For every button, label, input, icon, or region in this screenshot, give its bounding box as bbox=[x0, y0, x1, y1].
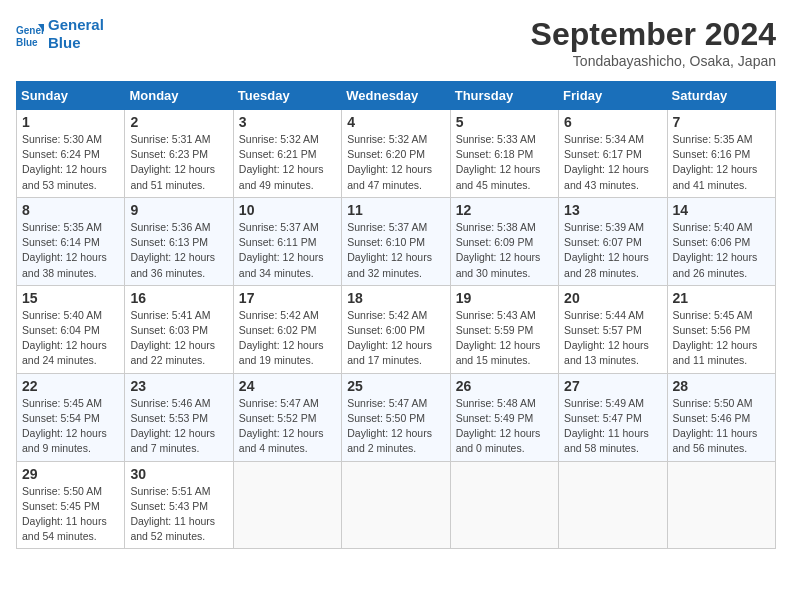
day-number: 17 bbox=[239, 290, 336, 306]
calendar-body: 1Sunrise: 5:30 AM Sunset: 6:24 PM Daylig… bbox=[17, 110, 776, 549]
day-detail: Sunrise: 5:43 AM Sunset: 5:59 PM Dayligh… bbox=[456, 308, 553, 369]
day-detail: Sunrise: 5:51 AM Sunset: 5:43 PM Dayligh… bbox=[130, 484, 227, 545]
day-number: 11 bbox=[347, 202, 444, 218]
calendar-cell bbox=[233, 461, 341, 549]
day-detail: Sunrise: 5:36 AM Sunset: 6:13 PM Dayligh… bbox=[130, 220, 227, 281]
calendar-cell: 12Sunrise: 5:38 AM Sunset: 6:09 PM Dayli… bbox=[450, 197, 558, 285]
svg-text:General: General bbox=[16, 25, 44, 36]
calendar-cell: 3Sunrise: 5:32 AM Sunset: 6:21 PM Daylig… bbox=[233, 110, 341, 198]
calendar-row: 8Sunrise: 5:35 AM Sunset: 6:14 PM Daylig… bbox=[17, 197, 776, 285]
day-detail: Sunrise: 5:33 AM Sunset: 6:18 PM Dayligh… bbox=[456, 132, 553, 193]
day-detail: Sunrise: 5:37 AM Sunset: 6:10 PM Dayligh… bbox=[347, 220, 444, 281]
day-number: 26 bbox=[456, 378, 553, 394]
day-detail: Sunrise: 5:50 AM Sunset: 5:45 PM Dayligh… bbox=[22, 484, 119, 545]
day-number: 8 bbox=[22, 202, 119, 218]
calendar-cell bbox=[450, 461, 558, 549]
day-number: 3 bbox=[239, 114, 336, 130]
day-detail: Sunrise: 5:34 AM Sunset: 6:17 PM Dayligh… bbox=[564, 132, 661, 193]
page-header: General Blue General Blue September 2024… bbox=[16, 16, 776, 69]
day-detail: Sunrise: 5:42 AM Sunset: 6:00 PM Dayligh… bbox=[347, 308, 444, 369]
calendar-cell: 7Sunrise: 5:35 AM Sunset: 6:16 PM Daylig… bbox=[667, 110, 775, 198]
calendar-cell: 28Sunrise: 5:50 AM Sunset: 5:46 PM Dayli… bbox=[667, 373, 775, 461]
day-number: 28 bbox=[673, 378, 770, 394]
day-number: 18 bbox=[347, 290, 444, 306]
calendar-cell bbox=[342, 461, 450, 549]
calendar-cell: 30Sunrise: 5:51 AM Sunset: 5:43 PM Dayli… bbox=[125, 461, 233, 549]
logo: General Blue General Blue bbox=[16, 16, 104, 52]
calendar-row: 29Sunrise: 5:50 AM Sunset: 5:45 PM Dayli… bbox=[17, 461, 776, 549]
day-detail: Sunrise: 5:41 AM Sunset: 6:03 PM Dayligh… bbox=[130, 308, 227, 369]
day-number: 15 bbox=[22, 290, 119, 306]
calendar-cell: 17Sunrise: 5:42 AM Sunset: 6:02 PM Dayli… bbox=[233, 285, 341, 373]
logo-text-line1: General bbox=[48, 16, 104, 34]
day-number: 21 bbox=[673, 290, 770, 306]
svg-text:Blue: Blue bbox=[16, 37, 38, 48]
day-number: 22 bbox=[22, 378, 119, 394]
calendar-header: SundayMondayTuesdayWednesdayThursdayFrid… bbox=[17, 82, 776, 110]
calendar-cell: 9Sunrise: 5:36 AM Sunset: 6:13 PM Daylig… bbox=[125, 197, 233, 285]
calendar-cell: 10Sunrise: 5:37 AM Sunset: 6:11 PM Dayli… bbox=[233, 197, 341, 285]
calendar-cell: 18Sunrise: 5:42 AM Sunset: 6:00 PM Dayli… bbox=[342, 285, 450, 373]
day-detail: Sunrise: 5:38 AM Sunset: 6:09 PM Dayligh… bbox=[456, 220, 553, 281]
day-detail: Sunrise: 5:45 AM Sunset: 5:54 PM Dayligh… bbox=[22, 396, 119, 457]
day-number: 1 bbox=[22, 114, 119, 130]
day-number: 25 bbox=[347, 378, 444, 394]
calendar-cell: 6Sunrise: 5:34 AM Sunset: 6:17 PM Daylig… bbox=[559, 110, 667, 198]
calendar-cell: 2Sunrise: 5:31 AM Sunset: 6:23 PM Daylig… bbox=[125, 110, 233, 198]
day-detail: Sunrise: 5:44 AM Sunset: 5:57 PM Dayligh… bbox=[564, 308, 661, 369]
calendar-cell: 20Sunrise: 5:44 AM Sunset: 5:57 PM Dayli… bbox=[559, 285, 667, 373]
calendar-cell: 5Sunrise: 5:33 AM Sunset: 6:18 PM Daylig… bbox=[450, 110, 558, 198]
day-number: 23 bbox=[130, 378, 227, 394]
day-number: 5 bbox=[456, 114, 553, 130]
calendar-cell: 15Sunrise: 5:40 AM Sunset: 6:04 PM Dayli… bbox=[17, 285, 125, 373]
month-title: September 2024 bbox=[531, 16, 776, 53]
calendar-cell: 19Sunrise: 5:43 AM Sunset: 5:59 PM Dayli… bbox=[450, 285, 558, 373]
calendar-row: 1Sunrise: 5:30 AM Sunset: 6:24 PM Daylig… bbox=[17, 110, 776, 198]
day-number: 20 bbox=[564, 290, 661, 306]
calendar-cell: 25Sunrise: 5:47 AM Sunset: 5:50 PM Dayli… bbox=[342, 373, 450, 461]
day-detail: Sunrise: 5:45 AM Sunset: 5:56 PM Dayligh… bbox=[673, 308, 770, 369]
day-detail: Sunrise: 5:35 AM Sunset: 6:14 PM Dayligh… bbox=[22, 220, 119, 281]
day-detail: Sunrise: 5:40 AM Sunset: 6:06 PM Dayligh… bbox=[673, 220, 770, 281]
day-detail: Sunrise: 5:47 AM Sunset: 5:52 PM Dayligh… bbox=[239, 396, 336, 457]
day-detail: Sunrise: 5:35 AM Sunset: 6:16 PM Dayligh… bbox=[673, 132, 770, 193]
weekday-header: Tuesday bbox=[233, 82, 341, 110]
day-number: 2 bbox=[130, 114, 227, 130]
day-number: 12 bbox=[456, 202, 553, 218]
day-number: 29 bbox=[22, 466, 119, 482]
logo-icon: General Blue bbox=[16, 20, 44, 48]
calendar-row: 22Sunrise: 5:45 AM Sunset: 5:54 PM Dayli… bbox=[17, 373, 776, 461]
day-number: 4 bbox=[347, 114, 444, 130]
day-detail: Sunrise: 5:50 AM Sunset: 5:46 PM Dayligh… bbox=[673, 396, 770, 457]
day-number: 24 bbox=[239, 378, 336, 394]
weekday-header: Saturday bbox=[667, 82, 775, 110]
calendar-cell bbox=[559, 461, 667, 549]
day-number: 6 bbox=[564, 114, 661, 130]
calendar-cell: 23Sunrise: 5:46 AM Sunset: 5:53 PM Dayli… bbox=[125, 373, 233, 461]
calendar-cell: 8Sunrise: 5:35 AM Sunset: 6:14 PM Daylig… bbox=[17, 197, 125, 285]
day-detail: Sunrise: 5:37 AM Sunset: 6:11 PM Dayligh… bbox=[239, 220, 336, 281]
calendar-cell: 29Sunrise: 5:50 AM Sunset: 5:45 PM Dayli… bbox=[17, 461, 125, 549]
day-detail: Sunrise: 5:42 AM Sunset: 6:02 PM Dayligh… bbox=[239, 308, 336, 369]
calendar-cell: 1Sunrise: 5:30 AM Sunset: 6:24 PM Daylig… bbox=[17, 110, 125, 198]
day-number: 14 bbox=[673, 202, 770, 218]
day-number: 27 bbox=[564, 378, 661, 394]
calendar-cell: 27Sunrise: 5:49 AM Sunset: 5:47 PM Dayli… bbox=[559, 373, 667, 461]
day-number: 10 bbox=[239, 202, 336, 218]
title-block: September 2024 Tondabayashicho, Osaka, J… bbox=[531, 16, 776, 69]
day-detail: Sunrise: 5:49 AM Sunset: 5:47 PM Dayligh… bbox=[564, 396, 661, 457]
day-detail: Sunrise: 5:40 AM Sunset: 6:04 PM Dayligh… bbox=[22, 308, 119, 369]
day-detail: Sunrise: 5:30 AM Sunset: 6:24 PM Dayligh… bbox=[22, 132, 119, 193]
calendar-cell bbox=[667, 461, 775, 549]
day-detail: Sunrise: 5:31 AM Sunset: 6:23 PM Dayligh… bbox=[130, 132, 227, 193]
day-number: 16 bbox=[130, 290, 227, 306]
day-detail: Sunrise: 5:39 AM Sunset: 6:07 PM Dayligh… bbox=[564, 220, 661, 281]
calendar-cell: 24Sunrise: 5:47 AM Sunset: 5:52 PM Dayli… bbox=[233, 373, 341, 461]
calendar-cell: 16Sunrise: 5:41 AM Sunset: 6:03 PM Dayli… bbox=[125, 285, 233, 373]
day-detail: Sunrise: 5:47 AM Sunset: 5:50 PM Dayligh… bbox=[347, 396, 444, 457]
day-number: 13 bbox=[564, 202, 661, 218]
calendar-table: SundayMondayTuesdayWednesdayThursdayFrid… bbox=[16, 81, 776, 549]
logo-text-line2: Blue bbox=[48, 34, 104, 52]
calendar-cell: 11Sunrise: 5:37 AM Sunset: 6:10 PM Dayli… bbox=[342, 197, 450, 285]
day-number: 9 bbox=[130, 202, 227, 218]
